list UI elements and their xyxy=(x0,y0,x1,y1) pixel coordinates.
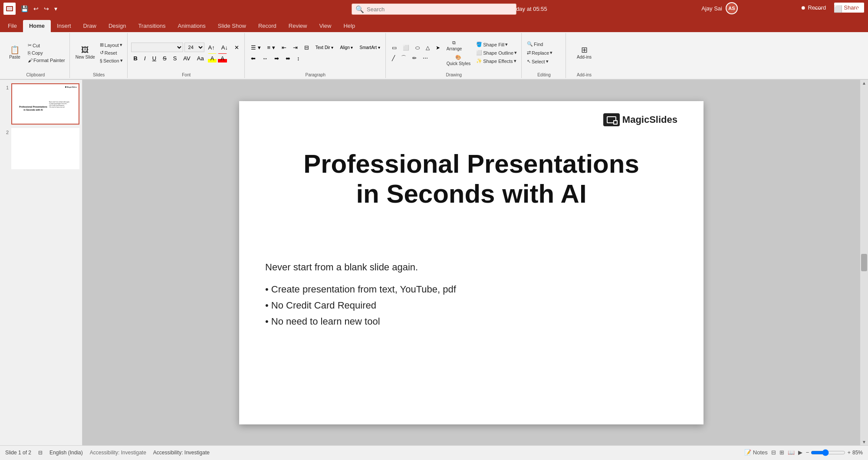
shape-freeform-button[interactable]: ✏ xyxy=(410,53,419,63)
save-button[interactable]: 💾 xyxy=(19,4,30,13)
arrange-button[interactable]: ⧉ Arrange xyxy=(444,39,464,53)
tab-file[interactable]: File xyxy=(2,20,23,32)
tab-help[interactable]: Help xyxy=(337,20,361,32)
quick-styles-button[interactable]: 🎨 Quick Styles xyxy=(444,53,473,67)
search-input[interactable] xyxy=(367,6,513,13)
reset-button[interactable]: ↺ Reset xyxy=(98,49,125,56)
select-button[interactable]: ↖ Select ▾ xyxy=(525,58,563,65)
copy-button[interactable]: ⎘ Copy xyxy=(26,49,67,56)
cut-button[interactable]: ✂ Cut xyxy=(26,42,67,49)
bold-button[interactable]: B xyxy=(131,53,140,63)
tab-view[interactable]: View xyxy=(313,20,337,32)
undo-button[interactable]: ↩ xyxy=(32,4,40,13)
text-direction-button[interactable]: Text Dir ▾ xyxy=(313,43,336,52)
paste-icon: 📋 xyxy=(10,46,20,54)
tab-draw[interactable]: Draw xyxy=(77,20,102,32)
font-color-button[interactable]: A xyxy=(218,53,227,63)
slide-preview-2[interactable] xyxy=(11,128,79,169)
format-painter-button[interactable]: 🖌 Format Painter xyxy=(26,57,67,64)
align-text-button[interactable]: Align ▾ xyxy=(337,43,355,52)
convert-smartart-button[interactable]: SmartArt ▾ xyxy=(357,43,382,52)
accessibility-label[interactable]: Accessibility: Investigate xyxy=(90,450,146,456)
right-scrollbar[interactable]: ▲ ▼ xyxy=(860,80,868,445)
slide-preview-1[interactable]: 🖥 MagicSlides Professional Presentations… xyxy=(11,83,79,125)
tab-transitions[interactable]: Transitions xyxy=(132,20,171,32)
addins-button[interactable]: ⊞ Add-ins xyxy=(575,45,594,61)
shape-effects-button[interactable]: ✨ Shape Effects ▾ xyxy=(474,57,519,65)
new-slide-button[interactable]: 🖼 New Slide xyxy=(73,45,97,61)
italic-button[interactable]: I xyxy=(141,53,148,63)
decrease-font-button[interactable]: A↓ xyxy=(219,43,230,52)
clear-formatting-button[interactable]: ✕ xyxy=(232,43,242,52)
decrease-indent-button[interactable]: ⇤ xyxy=(279,43,289,52)
font-family-select[interactable] xyxy=(131,43,183,52)
customize-button[interactable]: ▾ xyxy=(53,4,59,13)
slide-view-normal-button[interactable]: ⊟ xyxy=(771,449,776,456)
bullet-list-button[interactable]: ☰ ▾ xyxy=(248,43,263,52)
strikethrough-button[interactable]: S xyxy=(160,53,169,63)
tab-slideshow[interactable]: Slide Show xyxy=(212,20,252,32)
tab-design[interactable]: Design xyxy=(102,20,132,32)
shape-rounded-button[interactable]: ⬜ xyxy=(400,43,412,53)
minimize-button[interactable]: — xyxy=(808,0,828,17)
shape-triangle-button[interactable]: △ xyxy=(423,43,432,53)
scroll-down-button[interactable]: ▼ xyxy=(862,440,866,444)
tab-record[interactable]: Record xyxy=(252,20,283,32)
font-size-large-button[interactable]: Aa xyxy=(194,53,207,63)
slide-subtitle[interactable]: Never start from a blank slide again. xyxy=(265,262,418,273)
replace-button[interactable]: ⇄ Replace ▾ xyxy=(525,49,563,56)
align-right-button[interactable]: ➡ xyxy=(272,53,282,63)
tab-review[interactable]: Review xyxy=(283,20,313,32)
paragraph-group: ☰ ▾ ≡ ▾ ⇤ ⇥ ⊟ Text Dir ▾ Align ▾ SmartAr… xyxy=(246,33,386,78)
slide-sorter-button[interactable]: ⊞ xyxy=(779,449,784,456)
shape-more-button[interactable]: ⋯ xyxy=(420,53,431,63)
align-center-button[interactable]: ↔ xyxy=(260,53,270,63)
increase-indent-button[interactable]: ⇥ xyxy=(290,43,300,52)
slide-main-title[interactable]: Professional Presentations in Seconds wi… xyxy=(265,149,677,209)
font-size-select[interactable]: 24 xyxy=(184,43,204,52)
find-button[interactable]: 🔍 Find xyxy=(525,40,563,48)
shape-rect-button[interactable]: ▭ xyxy=(389,43,399,53)
section-button[interactable]: § Section ▾ xyxy=(98,57,125,64)
line-spacing-button[interactable]: ↕ xyxy=(294,53,302,63)
slide-canvas[interactable]: MagicSlides Professional Presentations i… xyxy=(239,101,704,424)
layout-button[interactable]: ⊞ Layout ▾ xyxy=(98,41,125,49)
zoom-out-button[interactable]: − xyxy=(806,449,809,456)
tab-insert[interactable]: Insert xyxy=(51,20,77,32)
notes-button[interactable]: 📝 Notes xyxy=(744,449,768,456)
shape-line-button[interactable]: ╱ xyxy=(389,53,398,63)
shadow-button[interactable]: S xyxy=(171,53,180,63)
close-button[interactable]: ✕ xyxy=(848,0,868,17)
maximize-button[interactable]: ⬜ xyxy=(828,0,848,17)
increase-font-button[interactable]: A↑ xyxy=(206,43,217,52)
char-spacing-button[interactable]: AV xyxy=(181,53,193,63)
slide-bullets[interactable]: • Create presentation from text, YouTube… xyxy=(265,281,456,330)
scroll-thumb[interactable] xyxy=(861,254,867,271)
numbered-list-button[interactable]: ≡ ▾ xyxy=(265,43,278,52)
font-style-row: B I U S S AV Aa A A xyxy=(131,53,242,63)
reading-view-button[interactable]: 📖 xyxy=(788,449,795,456)
slide-thumbnail-1[interactable]: 1 🖥 MagicSlides Professional Presentatio… xyxy=(3,83,79,125)
redo-button[interactable]: ↪ xyxy=(42,4,51,13)
shape-outline-button[interactable]: ⬜ Shape Outline ▾ xyxy=(474,49,519,56)
drawing-group: ▭ ⬜ ⬭ △ ➤ ╱ ⌒ ✏ ⋯ ⧉ Arrange xyxy=(387,33,522,78)
shape-curve-button[interactable]: ⌒ xyxy=(398,53,409,63)
shape-oval-button[interactable]: ⬭ xyxy=(413,43,422,53)
bullet-3: • No need to learn new tool xyxy=(265,313,456,329)
highlight-color-button[interactable]: A xyxy=(208,53,217,63)
shape-fill-button[interactable]: 🪣 Shape Fill ▾ xyxy=(474,41,519,48)
user-avatar[interactable]: AS xyxy=(726,2,738,14)
paste-button[interactable]: 📋 Paste xyxy=(4,44,25,62)
columns-button[interactable]: ⊟ xyxy=(302,43,312,52)
slideshow-button[interactable]: ▶ xyxy=(798,449,802,456)
shape-arrow-button[interactable]: ➤ xyxy=(433,43,443,53)
tab-animations[interactable]: Animations xyxy=(172,20,212,32)
underline-button[interactable]: U xyxy=(150,53,159,63)
scroll-up-button[interactable]: ▲ xyxy=(862,81,866,85)
tab-home[interactable]: Home xyxy=(23,20,51,32)
slide-thumbnail-2[interactable]: 2 xyxy=(3,128,79,169)
zoom-slider[interactable] xyxy=(811,449,845,456)
align-left-button[interactable]: ⬅ xyxy=(248,53,258,63)
justify-button[interactable]: ⬌ xyxy=(283,53,293,63)
zoom-in-button[interactable]: + xyxy=(847,449,851,456)
